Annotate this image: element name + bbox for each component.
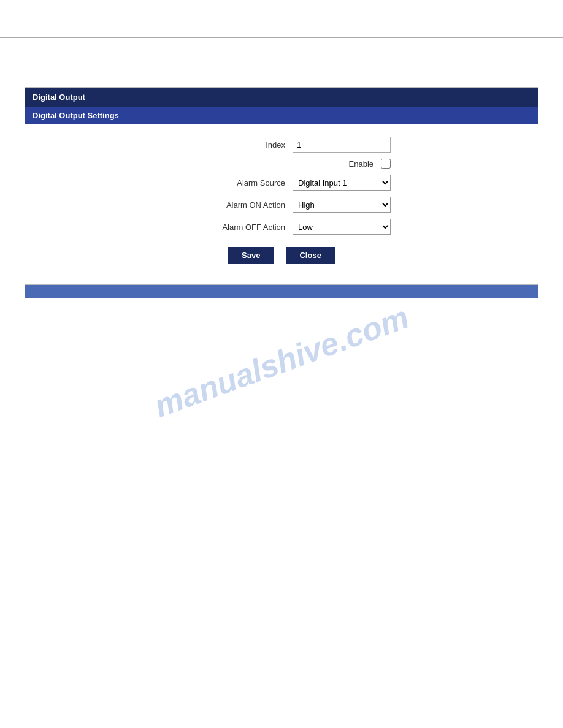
- alarm-on-label: Alarm ON Action: [199, 200, 285, 210]
- enable-label: Enable: [288, 159, 373, 169]
- alarm-source-select[interactable]: Digital Input 1 Digital Input 2 Digital …: [293, 175, 391, 191]
- alarm-on-select[interactable]: High Low Pulse: [293, 197, 391, 213]
- alarm-source-row: Alarm Source Digital Input 1 Digital Inp…: [37, 175, 526, 191]
- alarm-source-label: Alarm Source: [199, 178, 285, 188]
- index-label: Index: [199, 140, 285, 150]
- alarm-on-row: Alarm ON Action High Low Pulse: [37, 197, 526, 213]
- card-subheader: Digital Output Settings: [25, 107, 538, 124]
- button-row: Save Close: [37, 241, 526, 272]
- alarm-off-row: Alarm OFF Action Low High Pulse: [37, 219, 526, 235]
- card-subheader-title: Digital Output Settings: [33, 111, 119, 120]
- enable-row: Enable: [37, 159, 526, 169]
- card-header: Digital Output: [25, 88, 538, 107]
- index-row: Index: [37, 137, 526, 153]
- digital-output-card: Digital Output Digital Output Settings I…: [25, 87, 538, 285]
- alarm-off-label: Alarm OFF Action: [199, 222, 285, 232]
- save-button[interactable]: Save: [228, 247, 274, 264]
- alarm-off-select[interactable]: Low High Pulse: [293, 219, 391, 235]
- index-input[interactable]: [293, 137, 391, 153]
- card-body: Index Enable Alarm Source Digital Input …: [25, 124, 538, 284]
- enable-checkbox[interactable]: [381, 159, 391, 169]
- close-button[interactable]: Close: [286, 247, 334, 264]
- bottom-bar: [25, 285, 538, 298]
- card-header-title: Digital Output: [33, 93, 85, 102]
